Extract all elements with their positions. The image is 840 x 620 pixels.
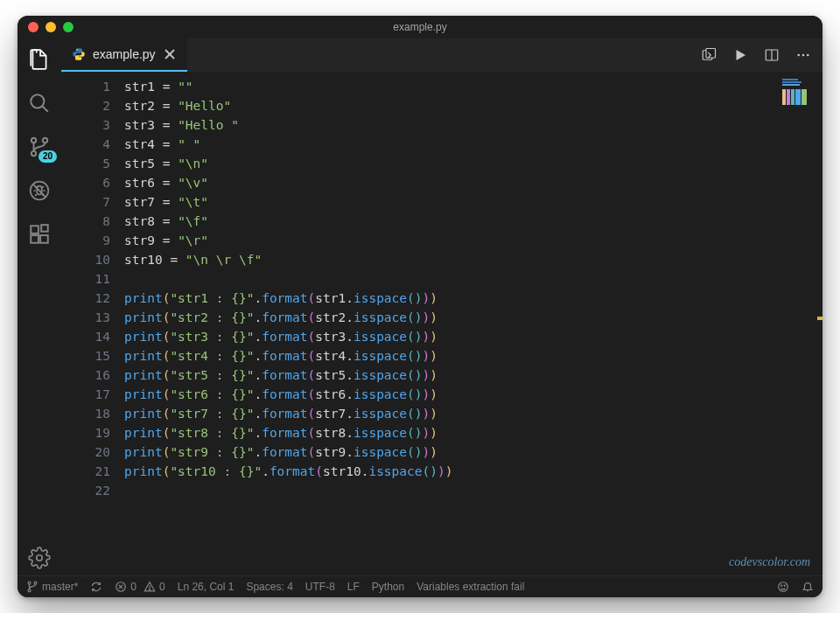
code-line[interactable]: print("str5 : {}".format(str5.isspace())… bbox=[124, 366, 822, 385]
line-number: 6 bbox=[61, 173, 110, 192]
line-number: 22 bbox=[61, 481, 110, 500]
python-file-icon bbox=[72, 47, 86, 61]
line-number: 7 bbox=[61, 192, 110, 212]
run-button[interactable] bbox=[732, 46, 749, 64]
code-line[interactable]: print("str4 : {}".format(str4.isspace())… bbox=[124, 346, 822, 366]
source-control-activity[interactable]: 20 bbox=[27, 135, 52, 159]
svg-point-0 bbox=[31, 94, 44, 108]
explorer-activity[interactable] bbox=[27, 47, 52, 72]
maximize-window-button[interactable] bbox=[63, 22, 74, 32]
code-content[interactable]: str1 = ""str2 = "Hello"str3 = "Hello "st… bbox=[124, 72, 822, 575]
code-line[interactable]: str10 = "\n \r \f" bbox=[124, 250, 822, 269]
status-indent[interactable]: Spaces: 4 bbox=[246, 581, 292, 593]
code-line[interactable]: print("str3 : {}".format(str3.isspace())… bbox=[124, 327, 822, 346]
code-line[interactable]: print("str6 : {}".format(str6.isspace())… bbox=[124, 385, 822, 404]
split-horizontal-icon bbox=[764, 47, 780, 63]
line-number: 5 bbox=[61, 154, 110, 173]
more-actions-button[interactable] bbox=[794, 46, 812, 64]
line-number: 15 bbox=[61, 346, 110, 366]
svg-point-4 bbox=[32, 151, 36, 156]
extensions-activity[interactable] bbox=[27, 222, 52, 247]
status-branch[interactable]: master* bbox=[26, 581, 78, 593]
line-number: 9 bbox=[61, 231, 110, 250]
debug-activity[interactable] bbox=[27, 178, 52, 203]
scm-badge: 20 bbox=[38, 150, 57, 163]
tab-close-button[interactable] bbox=[163, 47, 177, 61]
svg-point-33 bbox=[781, 585, 782, 586]
search-activity[interactable] bbox=[27, 91, 52, 115]
code-line[interactable]: str9 = "\r" bbox=[124, 231, 822, 250]
code-line[interactable] bbox=[124, 481, 822, 500]
code-line[interactable]: str6 = "\v" bbox=[124, 173, 822, 192]
ellipsis-icon bbox=[795, 47, 811, 63]
branch-name: master* bbox=[42, 581, 78, 593]
line-number: 19 bbox=[61, 423, 110, 442]
status-encoding[interactable]: UTF-8 bbox=[305, 581, 335, 593]
code-line[interactable] bbox=[124, 269, 822, 289]
status-language[interactable]: Python bbox=[372, 581, 404, 593]
line-number: 16 bbox=[61, 366, 110, 385]
search-icon bbox=[28, 92, 51, 115]
warning-count: 0 bbox=[159, 581, 165, 593]
minimap[interactable] bbox=[780, 79, 817, 108]
svg-point-24 bbox=[28, 582, 31, 584]
svg-point-23 bbox=[807, 54, 809, 57]
files-icon bbox=[28, 48, 51, 71]
line-number: 12 bbox=[61, 289, 110, 308]
code-line[interactable]: str3 = "Hello " bbox=[124, 115, 822, 135]
status-problems[interactable]: 0 0 bbox=[115, 581, 164, 593]
tab-filename: example.py bbox=[93, 47, 156, 61]
code-line[interactable]: str4 = " " bbox=[124, 135, 822, 154]
code-line[interactable]: str1 = "" bbox=[124, 77, 822, 96]
code-editor[interactable]: 12345678910111213141516171819202122 str1… bbox=[61, 72, 822, 575]
svg-rect-17 bbox=[706, 49, 716, 59]
code-line[interactable]: print("str9 : {}".format(str9.isspace())… bbox=[124, 442, 822, 462]
svg-rect-10 bbox=[41, 225, 48, 232]
close-window-button[interactable] bbox=[28, 22, 38, 32]
code-line[interactable]: print("str7 : {}".format(str7.isspace())… bbox=[124, 404, 822, 423]
svg-point-11 bbox=[37, 555, 43, 561]
line-number: 13 bbox=[61, 308, 110, 327]
svg-point-31 bbox=[150, 589, 150, 590]
code-line[interactable]: str8 = "\f" bbox=[124, 212, 822, 231]
code-line[interactable]: print("str1 : {}".format(str1.isspace())… bbox=[124, 289, 822, 308]
error-icon bbox=[115, 581, 127, 593]
line-number: 10 bbox=[61, 250, 110, 269]
workbench: 20 example.py bbox=[18, 38, 822, 575]
code-line[interactable]: str2 = "Hello" bbox=[124, 96, 822, 115]
status-notifications[interactable] bbox=[802, 581, 814, 593]
svg-point-22 bbox=[802, 54, 805, 57]
svg-point-3 bbox=[43, 138, 47, 143]
line-number: 8 bbox=[61, 212, 110, 231]
status-eol[interactable]: LF bbox=[347, 581, 360, 593]
activity-bar: 20 bbox=[18, 38, 61, 575]
code-line[interactable]: print("str2 : {}".format(str2.isspace())… bbox=[124, 308, 822, 327]
line-number: 17 bbox=[61, 385, 110, 404]
run-cell-button[interactable] bbox=[700, 46, 718, 64]
status-message[interactable]: Variables extraction fail bbox=[416, 581, 524, 593]
settings-activity[interactable] bbox=[27, 546, 52, 570]
smiley-icon bbox=[777, 581, 789, 593]
code-line[interactable]: print("str10 : {}".format(str10.isspace(… bbox=[124, 462, 822, 481]
code-line[interactable]: print("str8 : {}".format(str8.isspace())… bbox=[124, 423, 822, 442]
svg-rect-9 bbox=[40, 235, 48, 243]
line-number: 4 bbox=[61, 135, 110, 154]
extensions-icon bbox=[28, 223, 51, 246]
status-sync[interactable] bbox=[90, 581, 102, 593]
svg-point-12 bbox=[76, 49, 77, 50]
status-bar: master* 0 0 Ln 26, Col 1 Spaces: 4 UTF-8… bbox=[18, 575, 822, 597]
git-branch-icon bbox=[26, 581, 38, 593]
code-line[interactable]: str7 = "\t" bbox=[124, 192, 822, 212]
gear-icon bbox=[28, 547, 51, 569]
no-bug-icon bbox=[28, 179, 51, 202]
minimize-window-button[interactable] bbox=[46, 22, 56, 32]
split-editor-button[interactable] bbox=[763, 46, 780, 64]
status-position[interactable]: Ln 26, Col 1 bbox=[178, 581, 234, 593]
line-number: 20 bbox=[61, 442, 110, 462]
code-line[interactable]: str5 = "\n" bbox=[124, 154, 822, 173]
svg-point-25 bbox=[34, 582, 37, 584]
svg-rect-7 bbox=[31, 226, 38, 233]
svg-point-2 bbox=[32, 138, 36, 143]
status-feedback[interactable] bbox=[777, 581, 789, 593]
editor-tab-active[interactable]: example.py bbox=[61, 38, 187, 72]
